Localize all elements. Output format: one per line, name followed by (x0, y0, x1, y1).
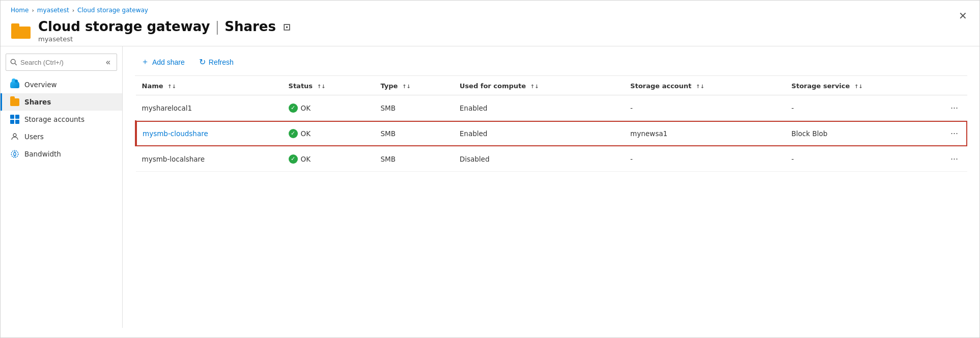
search-bar[interactable]: « (6, 54, 117, 71)
collapse-button[interactable]: « (104, 57, 113, 68)
cell-name[interactable]: mysmb-cloudshare (136, 121, 283, 146)
resource-icon (11, 21, 31, 41)
cell-status: ✓ OK (283, 121, 375, 146)
row-name: mysmb-localshare (142, 155, 205, 163)
sidebar: « Overview Shares (1, 46, 123, 328)
cell-type: SMB (374, 95, 453, 121)
more-options-button[interactable]: ··· (947, 101, 961, 114)
more-options-button[interactable]: ··· (947, 152, 961, 165)
sidebar-item-bandwidth[interactable]: Bandwidth (1, 145, 122, 163)
sidebar-label-users: Users (24, 133, 44, 141)
sidebar-item-shares[interactable]: Shares (1, 93, 122, 111)
title-main-text: Cloud storage gateway (38, 19, 210, 34)
search-icon (10, 59, 17, 66)
table-row[interactable]: mysmb-localshare ✓ OK SMB Disabled - - ·… (136, 146, 968, 172)
title-subtitle: myasetest (38, 35, 291, 43)
sort-icon-type: ↑↓ (402, 84, 411, 89)
cell-storage-service: Block Blob (786, 121, 941, 146)
users-icon (10, 132, 19, 141)
svg-line-1 (15, 63, 17, 65)
title-section-text: Shares (225, 19, 276, 34)
sort-icon-storage-service: ↑↓ (854, 84, 863, 89)
col-header-status[interactable]: Status ↑↓ (283, 76, 375, 95)
title-text: Cloud storage gateway | Shares ⊡ myasete… (38, 19, 291, 43)
row-name[interactable]: mysmb-cloudshare (143, 129, 208, 138)
folder-icon (11, 23, 31, 39)
sort-icon-storage-account: ↑↓ (696, 84, 705, 89)
search-input[interactable] (20, 59, 101, 66)
cell-storage-service: - (786, 95, 941, 121)
breadcrumb: Home › myasetest › Cloud storage gateway (1, 1, 979, 16)
shares-icon (10, 97, 19, 107)
breadcrumb-current[interactable]: Cloud storage gateway (77, 7, 148, 14)
status-ok-icon: ✓ (289, 154, 298, 164)
cell-status: ✓ OK (283, 95, 375, 121)
col-header-type[interactable]: Type ↑↓ (374, 76, 453, 95)
cell-type: SMB (374, 121, 453, 146)
svg-point-2 (13, 134, 16, 137)
content-area: ＋ Add share ↻ Refresh Name ↑↓ (123, 46, 979, 328)
title-divider: | (215, 19, 219, 34)
cell-name[interactable]: mysmb-localshare (136, 146, 283, 172)
title-row: Cloud storage gateway | Shares ⊡ myasete… (1, 16, 979, 46)
table-header: Name ↑↓ Status ↑↓ Type ↑↓ Used for com (136, 76, 968, 95)
cell-compute: Enabled (454, 121, 624, 146)
overview-icon (10, 80, 19, 89)
cell-storage-account: - (624, 95, 785, 121)
refresh-icon: ↻ (199, 57, 206, 67)
bandwidth-icon (10, 149, 19, 159)
storage-accounts-icon (10, 115, 19, 124)
col-header-storage-account[interactable]: Storage account ↑↓ (624, 76, 785, 95)
cell-more[interactable]: ··· (941, 146, 967, 172)
sidebar-label-storage-accounts: Storage accounts (24, 115, 85, 123)
sidebar-item-storage-accounts[interactable]: Storage accounts (1, 111, 122, 128)
status-label: OK (301, 104, 311, 112)
col-header-actions (941, 76, 967, 95)
table-body: mysharelocal1 ✓ OK SMB Enabled - - ··· m… (136, 95, 968, 172)
cell-compute: Disabled (454, 146, 624, 172)
col-header-storage-service[interactable]: Storage service ↑↓ (786, 76, 941, 95)
breadcrumb-sep1: › (32, 7, 34, 14)
status-ok-icon: ✓ (289, 103, 298, 113)
sort-icon-status: ↑↓ (317, 84, 326, 89)
cell-type: SMB (374, 146, 453, 172)
sidebar-item-users[interactable]: Users (1, 128, 122, 145)
add-share-label: Add share (152, 58, 185, 66)
add-icon: ＋ (141, 57, 149, 67)
more-options-button[interactable]: ··· (947, 127, 961, 140)
svg-point-0 (11, 59, 15, 64)
breadcrumb-home[interactable]: Home (11, 7, 29, 14)
refresh-button[interactable]: ↻ Refresh (193, 54, 240, 70)
breadcrumb-myasetest[interactable]: myasetest (37, 7, 69, 14)
cell-more[interactable]: ··· (941, 121, 967, 146)
cell-compute: Enabled (454, 95, 624, 121)
status-label: OK (301, 155, 311, 163)
refresh-label: Refresh (209, 58, 234, 66)
table-row[interactable]: mysmb-cloudshare ✓ OK SMB Enabled mynews… (136, 121, 968, 146)
main-layout: « Overview Shares (1, 46, 979, 328)
cell-storage-account: mynewsa1 (624, 121, 785, 146)
col-header-compute[interactable]: Used for compute ↑↓ (454, 76, 624, 95)
cell-storage-account: - (624, 146, 785, 172)
sidebar-label-shares: Shares (24, 98, 51, 106)
close-button[interactable]: ✕ (959, 11, 967, 21)
status-ok-icon: ✓ (289, 129, 298, 138)
cell-name[interactable]: mysharelocal1 (136, 95, 283, 121)
pin-icon[interactable]: ⊡ (283, 21, 291, 32)
col-header-name[interactable]: Name ↑↓ (136, 76, 283, 95)
cell-storage-service: - (786, 146, 941, 172)
status-label: OK (301, 129, 311, 138)
sort-icon-compute: ↑↓ (530, 84, 539, 89)
breadcrumb-sep2: › (72, 7, 74, 14)
sidebar-item-overview[interactable]: Overview (1, 76, 122, 93)
add-share-button[interactable]: ＋ Add share (135, 54, 191, 70)
cell-status: ✓ OK (283, 146, 375, 172)
page-title: Cloud storage gateway | Shares ⊡ (38, 19, 291, 34)
sidebar-label-bandwidth: Bandwidth (24, 150, 61, 158)
row-name: mysharelocal1 (142, 104, 192, 112)
shares-table: Name ↑↓ Status ↑↓ Type ↑↓ Used for com (135, 76, 967, 172)
sidebar-label-overview: Overview (24, 81, 57, 89)
sort-icon-name: ↑↓ (167, 84, 176, 89)
cell-more[interactable]: ··· (941, 95, 967, 121)
table-row[interactable]: mysharelocal1 ✓ OK SMB Enabled - - ··· (136, 95, 968, 121)
